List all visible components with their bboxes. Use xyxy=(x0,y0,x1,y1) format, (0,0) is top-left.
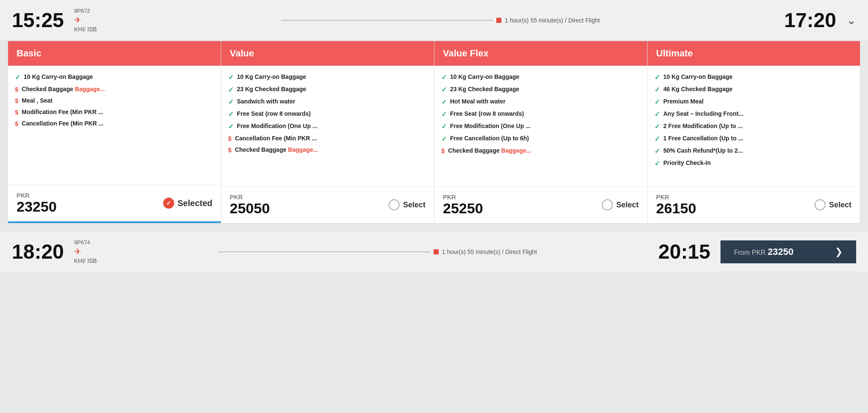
flight2-arrival: 20:15 xyxy=(658,240,710,263)
flight1-arrival: 17:20 xyxy=(784,8,836,32)
price-block-value: PKR25050 xyxy=(230,193,270,216)
check-icon: ✓ xyxy=(441,86,447,94)
feature-item: $Cancellation Fee (Min PKR ... xyxy=(228,135,427,142)
dollar-icon: $ xyxy=(441,147,445,154)
price-block-basic: PKR23250 xyxy=(17,192,57,215)
flight2-meta: 9P674 ✈ KHI/ ISB xyxy=(74,239,97,264)
plane-icon: ✈ xyxy=(74,15,81,25)
card-header-value-flex: Value Flex xyxy=(434,41,647,66)
price-block-value-flex: PKR25250 xyxy=(443,193,483,216)
feature-item: ✓Priority Check-In xyxy=(654,159,853,167)
selected-circle-icon xyxy=(163,198,174,209)
feature-item: ✓23 Kg Checked Baggage xyxy=(441,86,640,94)
card-title-value-flex: Value Flex xyxy=(443,48,639,59)
select-circle-icon xyxy=(389,199,400,210)
feature-text: Hot Meal with water xyxy=(450,98,506,105)
price-currency-value-flex: PKR xyxy=(443,193,483,201)
dollar-icon: $ xyxy=(228,135,231,142)
card-features-ultimate: ✓10 Kg Carry-on Baggage✓46 Kg Checked Ba… xyxy=(648,66,860,186)
check-icon: ✓ xyxy=(441,135,447,143)
select-circle-icon xyxy=(602,199,613,210)
card-title-basic: Basic xyxy=(17,48,212,59)
dollar-icon: $ xyxy=(15,97,18,104)
price-amount-value-flex: 25250 xyxy=(443,201,483,216)
feature-text: 1 Free Cancellation (Up to ... xyxy=(663,135,743,142)
feature-text: 23 Kg Checked Baggage xyxy=(237,86,306,92)
select-label: Select xyxy=(829,201,851,209)
select-button-ultimate[interactable]: Select xyxy=(815,199,851,210)
check-icon: ✓ xyxy=(228,86,234,94)
feature-item: ✓Premium Meal xyxy=(654,98,853,106)
check-icon: ✓ xyxy=(654,147,660,155)
flight1-number: 9P672 xyxy=(74,8,97,14)
flight2-arrow: 1 hour(s) 55 minute(s) / Direct Flight xyxy=(107,248,648,255)
feature-item: $Cancellation Fee (Min PKR ... xyxy=(15,120,214,127)
card-footer-basic: PKR23250Selected xyxy=(8,184,221,221)
feature-item: ✓10 Kg Carry-on Baggage xyxy=(228,73,427,81)
feature-text: Free Seat (row 8 onwards) xyxy=(450,110,524,117)
card-features-value: ✓10 Kg Carry-on Baggage✓23 Kg Checked Ba… xyxy=(221,66,434,186)
feature-link[interactable]: Baggage... xyxy=(501,147,531,154)
price-block-ultimate: PKR26150 xyxy=(656,193,696,216)
feature-item: $Checked Baggage Baggage... xyxy=(228,146,427,153)
flight2-line xyxy=(218,251,430,252)
price-currency-value: PKR xyxy=(230,193,270,201)
cta-arrow-icon: ❯ xyxy=(835,246,843,257)
fare-card-value-flex: Value Flex✓10 Kg Carry-on Baggage✓23 Kg … xyxy=(434,41,647,223)
select-button-basic[interactable]: Selected xyxy=(163,198,212,209)
book-cta-button[interactable]: From PKR 23250 ❯ xyxy=(721,240,856,263)
feature-item: ✓Hot Meal with water xyxy=(441,98,640,106)
check-icon: ✓ xyxy=(228,123,234,131)
flight1-departure: 15:25 xyxy=(12,8,64,32)
fare-card-value: Value✓10 Kg Carry-on Baggage✓23 Kg Check… xyxy=(221,41,434,223)
check-icon: ✓ xyxy=(654,135,660,143)
check-icon: ✓ xyxy=(654,86,660,94)
feature-text: 46 Kg Checked Baggage xyxy=(663,86,732,92)
feature-link[interactable]: Baggage... xyxy=(288,146,318,153)
card-header-value: Value xyxy=(221,41,434,66)
selected-bar xyxy=(8,221,221,223)
feature-item: ✓50% Cash Refund*(Up to 2... xyxy=(654,147,853,155)
feature-item: ✓23 Kg Checked Baggage xyxy=(228,86,427,94)
flight1-duration: 1 hour(s) 55 minute(s) / Direct Flight xyxy=(505,17,600,24)
dollar-icon: $ xyxy=(15,86,18,93)
feature-text: Free Modification (One Up ... xyxy=(450,123,531,129)
feature-item: ✓10 Kg Carry-on Baggage xyxy=(441,73,640,81)
feature-item: ✓2 Free Modification (Up to ... xyxy=(654,123,853,131)
feature-text: Meal , Seat xyxy=(22,97,52,104)
feature-item: ✓46 Kg Checked Baggage xyxy=(654,86,853,94)
feature-item: ✓Free Seat (row 8 onwards) xyxy=(228,110,427,118)
feature-item: ✓1 Free Cancellation (Up to ... xyxy=(654,135,853,143)
fare-card-ultimate: Ultimate✓10 Kg Carry-on Baggage✓46 Kg Ch… xyxy=(647,41,860,223)
check-icon: ✓ xyxy=(441,73,447,81)
feature-item: ✓Free Modification (One Up ... xyxy=(441,123,640,131)
feature-text: 10 Kg Carry-on Baggage xyxy=(237,73,306,80)
check-icon: ✓ xyxy=(441,110,447,118)
selected-label: Selected xyxy=(178,198,212,208)
check-icon: ✓ xyxy=(654,98,660,106)
collapse-chevron[interactable]: ⌄ xyxy=(846,13,856,27)
price-amount-ultimate: 26150 xyxy=(656,201,696,216)
check-icon: ✓ xyxy=(228,73,234,81)
feature-text: Checked Baggage Baggage... xyxy=(22,86,105,92)
card-header-ultimate: Ultimate xyxy=(648,41,860,66)
fare-cards-section: Basic✓10 Kg Carry-on Baggage$Checked Bag… xyxy=(0,41,868,231)
feature-item: ✓Any Seat – Including Front... xyxy=(654,110,853,118)
feature-item: $Modification Fee (Min PKR ... xyxy=(15,109,214,116)
feature-text: Premium Meal xyxy=(663,98,704,105)
select-button-value-flex[interactable]: Select xyxy=(602,199,639,210)
feature-text: 23 Kg Checked Baggage xyxy=(450,86,519,92)
card-header-basic: Basic xyxy=(8,41,221,66)
feature-link[interactable]: Baggage... xyxy=(75,86,105,92)
flight2-departure: 18:20 xyxy=(12,240,64,263)
feature-text: Checked Baggage Baggage... xyxy=(235,146,318,153)
flight2-route: KHI/ ISB xyxy=(74,257,97,264)
feature-text: Checked Baggage Baggage... xyxy=(448,147,531,154)
feature-item: ✓10 Kg Carry-on Baggage xyxy=(654,73,853,81)
flight1-dot xyxy=(496,18,501,23)
flight2-duration: 1 hour(s) 55 minute(s) / Direct Flight xyxy=(442,248,537,255)
card-features-basic: ✓10 Kg Carry-on Baggage$Checked Baggage … xyxy=(8,66,221,184)
check-icon: ✓ xyxy=(654,110,660,118)
feature-text: 50% Cash Refund*(Up to 2... xyxy=(663,147,743,154)
select-button-value[interactable]: Select xyxy=(389,199,426,210)
